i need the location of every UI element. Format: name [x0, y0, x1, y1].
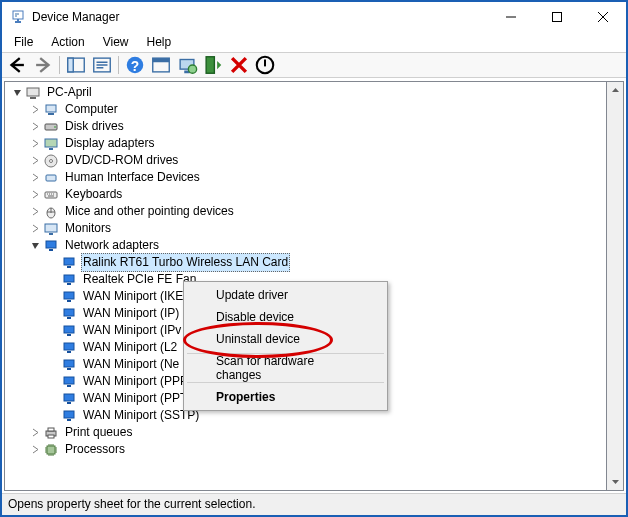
adapter-icon	[61, 374, 77, 390]
status-text: Opens property sheet for the current sel…	[8, 497, 255, 511]
processor-icon	[43, 442, 59, 458]
tree-node-mice[interactable]: Mice and other pointing devices	[7, 203, 606, 220]
adapter-icon	[61, 272, 77, 288]
uninstall-device-button[interactable]	[227, 54, 251, 76]
context-update-driver[interactable]: Update driver	[186, 284, 385, 306]
svg-rect-39	[64, 309, 74, 316]
show-hide-tree-button[interactable]	[64, 54, 88, 76]
enable-device-button[interactable]	[201, 54, 225, 76]
scroll-down-button[interactable]	[607, 473, 623, 490]
context-uninstall-device[interactable]: Uninstall device	[186, 328, 385, 350]
device-manager-window: Device Manager File Action View Help ?	[0, 0, 628, 517]
chevron-right-icon[interactable]	[27, 187, 43, 203]
svg-rect-2	[17, 19, 19, 21]
chevron-right-icon[interactable]	[27, 425, 43, 441]
svg-rect-48	[67, 385, 71, 387]
svg-point-25	[50, 159, 53, 162]
menu-help[interactable]: Help	[139, 33, 180, 51]
svg-rect-34	[67, 266, 71, 268]
back-button[interactable]	[5, 54, 29, 76]
menu-action[interactable]: Action	[43, 33, 92, 51]
tree-node-network[interactable]: Network adapters	[7, 237, 606, 254]
tree-label: WAN Miniport (L2	[81, 339, 179, 356]
update-driver-button[interactable]	[175, 54, 199, 76]
svg-rect-14	[206, 57, 214, 74]
context-disable-device[interactable]: Disable device	[186, 306, 385, 328]
adapter-icon	[61, 408, 77, 424]
tree-label: WAN Miniport (Ne	[81, 356, 181, 373]
svg-rect-55	[48, 435, 54, 438]
svg-rect-50	[67, 402, 71, 404]
svg-rect-0	[13, 11, 23, 19]
svg-rect-30	[49, 233, 53, 235]
menu-view[interactable]: View	[95, 33, 137, 51]
svg-rect-41	[64, 326, 74, 333]
svg-rect-18	[46, 105, 56, 112]
tree-item-adapter-selected[interactable]: Ralink RT61 Turbo Wireless LAN Card	[7, 254, 606, 271]
svg-rect-40	[67, 317, 71, 319]
scan-hardware-button[interactable]	[149, 54, 173, 76]
chevron-right-icon[interactable]	[27, 153, 43, 169]
monitor-icon	[43, 221, 59, 237]
adapter-icon	[61, 340, 77, 356]
adapter-icon	[61, 391, 77, 407]
tree-label: Mice and other pointing devices	[63, 203, 236, 220]
tree-node-keyboards[interactable]: Keyboards	[7, 186, 606, 203]
svg-rect-29	[45, 224, 57, 232]
tree-node-print[interactable]: Print queues	[7, 424, 606, 441]
svg-rect-37	[64, 292, 74, 299]
tree-label: WAN Miniport (IKE	[81, 288, 185, 305]
svg-rect-44	[67, 351, 71, 353]
tree-node-hid[interactable]: Human Interface Devices	[7, 169, 606, 186]
tree-node-processors[interactable]: Processors	[7, 441, 606, 458]
tree-node-disk[interactable]: Disk drives	[7, 118, 606, 135]
network-icon	[43, 238, 59, 254]
chevron-right-icon[interactable]	[27, 102, 43, 118]
chevron-right-icon[interactable]	[27, 221, 43, 237]
context-properties[interactable]: Properties	[186, 386, 385, 408]
chevron-right-icon[interactable]	[27, 119, 43, 135]
chevron-down-icon[interactable]	[27, 238, 43, 254]
scroll-up-button[interactable]	[607, 82, 623, 99]
context-scan-hardware[interactable]: Scan for hardware changes	[186, 357, 385, 379]
svg-rect-26	[46, 175, 56, 181]
dvd-icon	[43, 153, 59, 169]
svg-rect-56	[47, 446, 55, 454]
maximize-button[interactable]	[534, 2, 580, 32]
display-icon	[43, 136, 59, 152]
vertical-scrollbar[interactable]	[607, 81, 624, 491]
computer-icon	[25, 85, 41, 101]
forward-button[interactable]	[31, 54, 55, 76]
help-button[interactable]: ?	[123, 54, 147, 76]
tree-label: Disk drives	[63, 118, 126, 135]
chevron-right-icon[interactable]	[27, 442, 43, 458]
tree-label: Realtek PCIe FE Fan	[81, 271, 198, 288]
tree-node-dvd[interactable]: DVD/CD-ROM drives	[7, 152, 606, 169]
tree-label: WAN Miniport (IP)	[81, 305, 181, 322]
menu-file[interactable]: File	[6, 33, 41, 51]
tree-label: WAN Miniport (IPv	[81, 322, 183, 339]
tree-node-monitors[interactable]: Monitors	[7, 220, 606, 237]
minimize-button[interactable]	[488, 2, 534, 32]
svg-rect-3	[553, 13, 562, 22]
tree-node-display[interactable]: Display adapters	[7, 135, 606, 152]
tree-node-computer[interactable]: Computer	[7, 101, 606, 118]
svg-rect-46	[67, 368, 71, 370]
properties-button[interactable]	[90, 54, 114, 76]
chevron-right-icon[interactable]	[27, 170, 43, 186]
chevron-right-icon[interactable]	[27, 136, 43, 152]
svg-rect-19	[48, 113, 54, 115]
tree-label: Ralink RT61 Turbo Wireless LAN Card	[81, 253, 290, 272]
svg-rect-22	[45, 139, 57, 147]
tree-root[interactable]: PC-April	[7, 84, 606, 101]
chevron-down-icon[interactable]	[9, 85, 25, 101]
scroll-track[interactable]	[607, 99, 623, 473]
tree-label: Processors	[63, 441, 127, 458]
svg-rect-47	[64, 377, 74, 384]
svg-rect-52	[67, 419, 71, 421]
tree-label: Monitors	[63, 220, 113, 237]
close-button[interactable]	[580, 2, 626, 32]
svg-rect-54	[48, 428, 54, 431]
disable-device-button[interactable]	[253, 54, 277, 76]
chevron-right-icon[interactable]	[27, 204, 43, 220]
